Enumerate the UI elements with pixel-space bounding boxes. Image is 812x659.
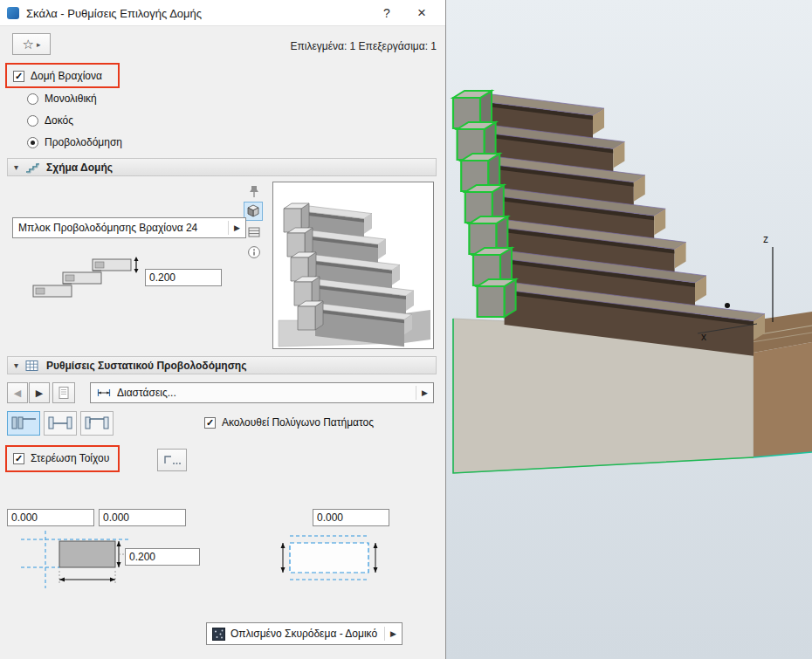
stair-shape-icon <box>24 161 40 174</box>
connection-type-left-button[interactable] <box>7 411 40 436</box>
section-component-settings-title: Ρυθμίσεις Συστατικού Προβολοδόμησης <box>46 360 246 372</box>
building-material-dropdown[interactable]: Οπλισμένο Σκυρόδεμα - Δομικό ▶ <box>206 622 403 645</box>
concrete-material-icon <box>212 628 225 641</box>
cantilever-block-dropdown-label: Μπλοκ Προβολοδόμησης Βραχίονα 24 <box>18 222 223 234</box>
popup-arrow-icon: ▶ <box>228 221 240 235</box>
section-component-settings[interactable]: ▾ Ρυθμίσεις Συστατικού Προβολοδόμησης <box>7 356 437 374</box>
checkbox-check-icon: ✓ <box>204 417 216 429</box>
star-icon: ☆ <box>23 38 34 51</box>
checkbox-check-icon: ✓ <box>13 71 24 82</box>
flyout-arrow-icon: ▸ <box>37 40 41 49</box>
left-arrow-icon: ◀ <box>14 388 21 399</box>
popup-arrow-icon: ▶ <box>384 627 396 641</box>
dimension-icon <box>96 387 112 399</box>
radio-icon <box>27 93 38 105</box>
offset-left-field[interactable] <box>7 509 94 526</box>
staircase-3d-model[interactable] <box>446 0 812 659</box>
radio-cantilevered[interactable]: Προβολοδόμηση <box>27 136 122 148</box>
next-component-button[interactable]: ▶ <box>29 382 50 403</box>
collapse-icon: ▾ <box>14 162 18 172</box>
radio-monolithic-label: Μονολιθική <box>45 93 97 105</box>
radio-icon <box>27 115 38 127</box>
follow-tread-polygon-checkbox[interactable]: ✓ Ακολουθεί Πολύγωνο Πατήματος <box>204 416 374 429</box>
stair-structure-settings-dialog: Σκάλα - Ρυθμίσεις Επιλογής Δομής ? × ☆ ▸… <box>0 0 446 659</box>
help-button[interactable]: ? <box>369 0 404 26</box>
structure-checkbox-label: Δομή Βραχίονα <box>31 70 102 82</box>
preview-elevation-view-button[interactable] <box>244 223 264 242</box>
wall-fixing-label: Στερέωση Τοίχου <box>31 452 109 464</box>
opening-section-diagram <box>278 529 387 592</box>
wall-fixing-checkbox[interactable]: ✓ Στερέωση Τοίχου <box>13 452 109 464</box>
radio-icon <box>27 137 38 148</box>
structure-thickness-field[interactable] <box>145 269 222 286</box>
preview-stair-drawing <box>273 182 433 348</box>
axis-z-label: z <box>763 233 768 245</box>
cantilever-block-dropdown[interactable]: Μπλοκ Προβολοδόμησης Βραχίονα 24 ▶ <box>12 217 246 238</box>
dimensions-dropdown-label: Διαστάσεις... <box>117 387 410 399</box>
dialog-title: Σκάλα - Ρυθμίσεις Επιλογής Δομής <box>26 7 202 20</box>
selection-info: Επιλεγμένα: 1 Επεξεργάσιμα: 1 <box>290 40 437 52</box>
connection-type-right-button[interactable] <box>80 411 114 436</box>
connection-right-icon <box>84 415 110 432</box>
dimensions-dropdown[interactable]: Διαστάσεις... ▶ <box>90 382 434 403</box>
right-arrow-icon: ▶ <box>36 388 43 399</box>
cube-3d-icon <box>245 203 261 219</box>
component-grid-icon <box>24 360 40 372</box>
close-button[interactable]: × <box>404 0 439 26</box>
radio-beam-label: Δοκός <box>45 114 73 127</box>
axis-x-label: x <box>701 331 706 343</box>
previous-component-button[interactable]: ◀ <box>7 382 28 403</box>
favorites-button[interactable]: ☆ ▸ <box>12 33 51 55</box>
elevation-icon <box>246 224 262 240</box>
offset-center-field[interactable] <box>99 509 186 526</box>
screen: Σκάλα - Ρυθμίσεις Επιλογής Δομής ? × ☆ ▸… <box>0 0 812 659</box>
connection-type-both-button[interactable] <box>44 411 77 436</box>
edit-component-button[interactable] <box>52 382 75 403</box>
checkbox-check-icon: ✓ <box>13 453 24 464</box>
radio-monolithic[interactable]: Μονολιθική <box>27 93 97 105</box>
structure-preview-image <box>272 182 434 349</box>
collapse-icon: ▾ <box>14 360 18 370</box>
pin-preview-button[interactable] <box>244 182 264 201</box>
preview-info-button[interactable] <box>244 243 264 262</box>
radio-beam[interactable]: Δοκός <box>27 114 73 127</box>
dialog-titlebar[interactable]: Σκάλα - Ρυθμίσεις Επιλογής Δομής ? × <box>0 0 445 26</box>
3d-viewport[interactable]: z x <box>446 0 812 659</box>
section-structure-shape-title: Σχήμα Δομής <box>46 161 113 174</box>
info-icon <box>246 244 262 260</box>
thickness-schematic <box>9 254 140 305</box>
wall-fixing-options-button[interactable] <box>157 449 187 471</box>
dialog-icon <box>7 7 19 19</box>
fixing-profile-icon <box>162 454 182 466</box>
offset-right-field[interactable] <box>313 509 389 526</box>
connection-left-icon <box>10 415 37 432</box>
section-structure-shape[interactable]: ▾ Σχήμα Δομής <box>7 158 437 176</box>
building-material-label: Οπλισμένο Σκυρόδεμα - Δομικό <box>231 628 379 640</box>
pin-icon <box>246 183 262 199</box>
preview-3d-view-button[interactable] <box>244 202 263 221</box>
radio-cantilevered-label: Προβολοδόμηση <box>45 136 122 148</box>
edit-form-icon <box>56 385 72 401</box>
slab-thickness-field[interactable] <box>125 548 200 566</box>
popup-arrow-icon: ▶ <box>416 386 428 400</box>
follow-tread-polygon-label: Ακολουθεί Πολύγωνο Πατήματος <box>222 416 374 429</box>
structure-checkbox[interactable]: ✓ Δομή Βραχίονα <box>13 70 102 82</box>
connection-both-icon <box>47 415 73 432</box>
